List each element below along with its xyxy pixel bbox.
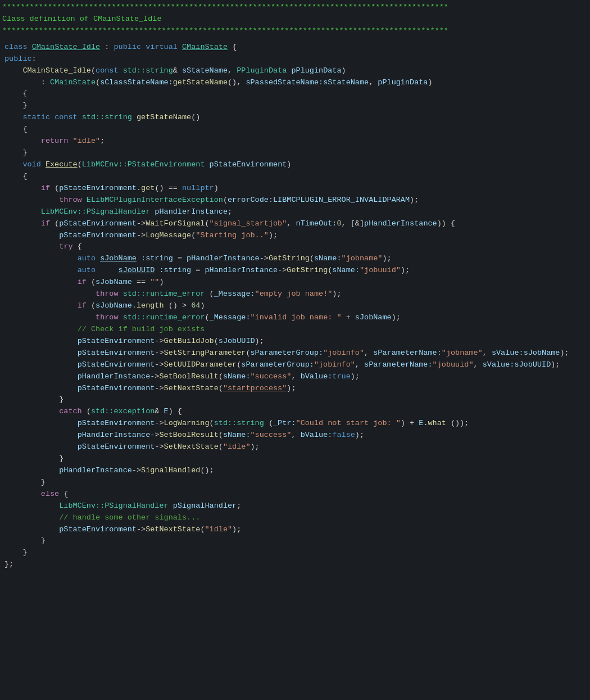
code-line-17: throw ELibMCPluginInterfaceException(err… [0,195,590,206]
code-line-45: } [0,453,590,465]
code-line-30: throw std::runtime_error(_Message:"inval… [0,312,590,324]
code-line-4: CMainState_Idle(const std::string& sStat… [0,65,590,77]
code-line-19: LibMCEnv::PSignalHandler pHandlerInstanc… [0,206,590,218]
code-editor: ****************************************… [0,0,590,700]
code-line-9: static const std::string getStateName() [0,112,590,124]
code-line-54: } [0,535,590,547]
code-line-33: pStateEnvironment->GetBuildJob(sJobUUID)… [0,336,590,347]
code-line-23: try { [0,241,590,253]
code-line-49: else { [0,489,590,500]
code-line-47: pHandlerInstance->SignalHandled(); [0,465,590,477]
code-line-40: } [0,394,590,406]
code-line-41: catch (std::exception& E) { [0,406,590,418]
code-line-2: public: [0,53,590,65]
code-line-25: auto sJobUUID :string = pHandlerInstance… [0,265,590,277]
code-line-56: }; [0,559,590,571]
code-line-6: { [0,88,590,100]
code-line-43: pHandlerInstance->SetBoolResult(sName:"s… [0,430,590,441]
header-top-stars: ****************************************… [0,0,590,13]
header-bottom-stars: ****************************************… [0,25,590,39]
code-line-37: pHandlerInstance->SetBoolResult(sName:"s… [0,371,590,383]
code-line-11: return "idle"; [0,136,590,147]
code-line-35: pStateEnvironment->SetStringParameter(sP… [0,347,590,359]
code-line-55: } [0,547,590,559]
code-line-42: pStateEnvironment->LogWarning(std::strin… [0,418,590,430]
code-line-24: auto sJobName :string = pHandlerInstance… [0,253,590,265]
code-line-5: : CMainState(sClassStateName:getStateNam… [0,77,590,89]
code-line-16: if (pStateEnvironment.get() == nullptr) [0,183,590,195]
code-line-20: if (pStateEnvironment->WaitForSignal("si… [0,218,590,230]
header-title: Class definition of CMainState_Idle [0,13,590,25]
code-line-29: if (sJobName.length () > 64) [0,300,590,312]
code-line-50: LibMCEnv::PSignalHandler pSignalHandler; [0,500,590,512]
code-line-10: { [0,124,590,136]
code-line-39: pStateEnvironment->SetNextState("startpr… [0,383,590,395]
code-line-32: // Check if build job exists [0,324,590,336]
code-line-27: if (sJobName == "") [0,277,590,288]
code-line-7: } [0,100,590,112]
code-line-36: pStateEnvironment->SetUUIDParameter(sPar… [0,359,590,371]
code-line-22: pStateEnvironment->LogMessage("Starting … [0,230,590,242]
code-line-28: throw std::runtime_error (_Message:"empt… [0,288,590,300]
code-line-44: pStateEnvironment->SetNextState("idle"); [0,441,590,453]
code-line-51: // handle some other signals... [0,512,590,524]
code-line-12: } [0,147,590,159]
code-line-14: void Execute(LibMCEnv::PStateEnvironment… [0,159,590,171]
code-body: class CMainState_Idle : public virtual C… [0,39,590,571]
code-line-15: { [0,171,590,183]
code-line-1: class CMainState_Idle : public virtual C… [0,42,590,53]
code-line-53: pStateEnvironment->SetNextState("idle"); [0,524,590,536]
code-line-48: } [0,477,590,489]
